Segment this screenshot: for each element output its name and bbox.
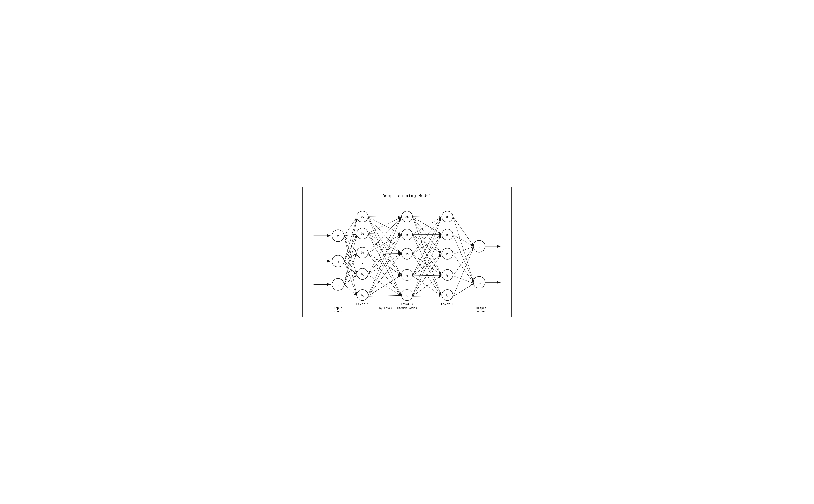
dots-layerl: ⋮	[445, 262, 449, 267]
svg-line-76	[453, 284, 473, 296]
layerl-label: Layer l	[441, 302, 453, 305]
svg-line-33	[368, 235, 401, 274]
label-b3: b₃	[361, 251, 364, 254]
label-l2: l₂	[446, 233, 448, 236]
svg-line-12	[344, 220, 356, 284]
svg-line-66	[413, 296, 441, 296]
svg-line-17	[368, 217, 401, 217]
svg-line-27	[368, 218, 401, 252]
svg-line-57	[413, 218, 441, 274]
svg-line-3	[344, 234, 356, 236]
label-b2: b₂	[361, 232, 364, 235]
svg-line-68	[453, 235, 473, 246]
svg-line-41	[368, 295, 401, 296]
svg-line-52	[413, 218, 441, 253]
svg-line-71	[453, 248, 473, 296]
label-b1: b₁	[361, 215, 364, 218]
by-layer-label: by Layer	[379, 307, 392, 310]
svg-line-23	[368, 233, 401, 234]
svg-line-18	[368, 217, 401, 234]
output-bottom-label-2: Nodes	[477, 310, 485, 313]
diagram-title: Deep Learning Model	[312, 194, 502, 198]
svg-line-29	[368, 253, 401, 253]
label-k2: k₂	[405, 233, 408, 236]
hidden-bottom-label: Hidden Nodes	[397, 307, 417, 310]
label-l1: l₁	[446, 215, 448, 218]
layerk-label: Layer k	[401, 302, 413, 305]
svg-line-40	[368, 275, 401, 296]
svg-line-42	[413, 217, 441, 217]
input-bottom-label-1: Input	[334, 307, 342, 310]
dots-layer1: ⋮	[360, 261, 365, 266]
label-a1: a₁	[337, 234, 339, 237]
label-k1: k₁	[405, 215, 408, 218]
network-diagram: a₁ ak ax ⋮ ⋮ b₁ b₂ b₃ bk by k₁ k₂	[312, 200, 502, 314]
output-bottom-label-1: Output	[476, 307, 486, 310]
svg-line-69	[453, 247, 473, 254]
svg-line-44	[413, 217, 441, 253]
svg-line-22	[368, 217, 401, 233]
label-k3: k₃	[405, 252, 408, 255]
svg-line-73	[453, 235, 473, 281]
svg-line-65	[413, 276, 441, 296]
input-bottom-label-2: Nodes	[334, 310, 342, 313]
dots-input-1: ⋮	[336, 246, 340, 250]
svg-line-67	[453, 217, 473, 245]
layer1-label: Layer 1	[356, 302, 369, 305]
svg-line-47	[413, 217, 441, 234]
svg-line-75	[453, 276, 473, 283]
label-l3: l₃	[446, 252, 448, 255]
diagram-container: Deep Learning Model	[302, 187, 512, 317]
svg-line-6	[344, 236, 356, 295]
svg-line-36	[368, 275, 401, 295]
dots-layerk: ⋮	[405, 262, 409, 267]
dots-output: ⋮	[477, 262, 481, 267]
svg-line-2	[344, 218, 356, 236]
dots-input-2: ⋮	[336, 270, 340, 274]
svg-line-43	[413, 217, 441, 234]
svg-line-13	[344, 236, 356, 284]
